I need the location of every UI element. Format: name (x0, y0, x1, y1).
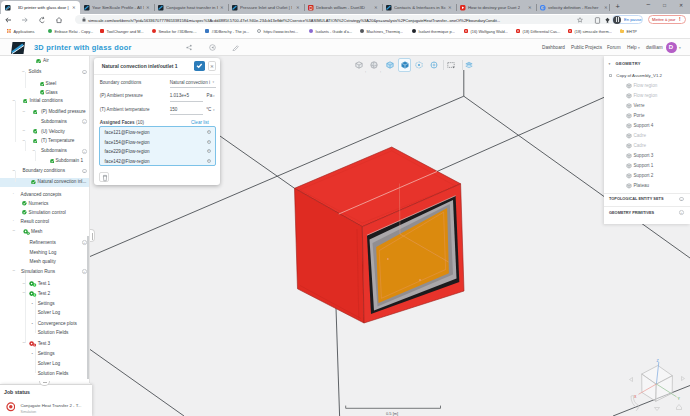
svg-text:Z: Z (657, 359, 660, 363)
svg-text:0.5 [m]: 0.5 [m] (386, 411, 398, 416)
svg-text:X: X (634, 395, 637, 399)
svg-text:Y: Y (678, 397, 681, 401)
